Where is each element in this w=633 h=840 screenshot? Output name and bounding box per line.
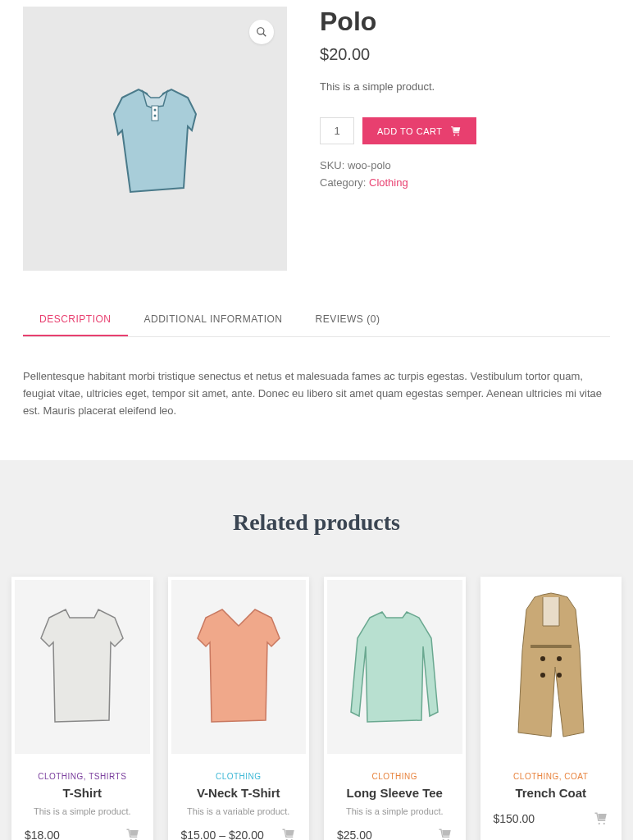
svg-rect-0 bbox=[152, 106, 158, 121]
related-product-price: $15.00 – $20.00 bbox=[181, 829, 264, 840]
related-product-card[interactable]: CLOTHING, COAT Trench Coat $150.00 bbox=[480, 577, 622, 840]
add-to-cart-icon[interactable] bbox=[438, 828, 453, 840]
svg-point-16 bbox=[557, 673, 562, 678]
svg-point-2 bbox=[154, 115, 157, 117]
product-image[interactable] bbox=[23, 7, 287, 271]
zoom-icon[interactable] bbox=[249, 20, 274, 44]
related-product-name: Trench Coat bbox=[490, 786, 613, 800]
related-product-card[interactable]: CLOTHING Long Sleeve Tee This is a simpl… bbox=[324, 577, 466, 840]
related-product-desc: This is a simple product. bbox=[334, 806, 456, 816]
related-product-name: V-Neck T-Shirt bbox=[178, 786, 300, 800]
sku-meta: SKU: woo-polo bbox=[320, 159, 610, 171]
add-to-cart-button[interactable]: ADD TO CART bbox=[362, 117, 476, 144]
svg-point-3 bbox=[257, 28, 264, 34]
related-products-grid: CLOTHING, TSHIRTS T-Shirt This is a simp… bbox=[8, 577, 625, 840]
product-short-description: This is a simple product. bbox=[320, 80, 610, 93]
related-category: CLOTHING bbox=[178, 772, 300, 781]
tab-description[interactable]: DESCRIPTION bbox=[23, 304, 128, 336]
related-product-card[interactable]: CLOTHING, TSHIRTS T-Shirt This is a simp… bbox=[11, 577, 153, 840]
add-to-cart-icon[interactable] bbox=[281, 828, 296, 840]
category-link[interactable]: Clothing bbox=[369, 176, 408, 189]
svg-point-17 bbox=[599, 823, 600, 824]
svg-point-13 bbox=[540, 656, 545, 661]
svg-point-5 bbox=[454, 134, 456, 135]
related-product-name: T-Shirt bbox=[21, 786, 143, 800]
related-product-desc: This is a simple product. bbox=[21, 806, 143, 816]
add-to-cart-icon[interactable] bbox=[594, 811, 608, 826]
related-product-image bbox=[480, 577, 622, 757]
related-category: CLOTHING bbox=[334, 772, 456, 781]
svg-point-6 bbox=[458, 134, 460, 135]
related-product-image bbox=[168, 577, 310, 757]
related-product-price: $150.00 bbox=[494, 812, 535, 825]
related-product-card[interactable]: CLOTHING V-Neck T-Shirt This is a variab… bbox=[168, 577, 310, 840]
related-product-price: $18.00 bbox=[25, 829, 60, 840]
quantity-input[interactable] bbox=[320, 117, 354, 144]
related-product-price: $25.00 bbox=[337, 829, 372, 840]
svg-line-4 bbox=[263, 34, 266, 37]
svg-point-1 bbox=[154, 109, 157, 112]
related-product-image bbox=[324, 577, 466, 757]
related-category: CLOTHING, COAT bbox=[490, 772, 613, 781]
related-product-desc: This is a variable product. bbox=[178, 806, 300, 816]
tab-reviews[interactable]: REVIEWS (0) bbox=[299, 304, 397, 336]
related-product-image bbox=[11, 577, 153, 757]
polo-illustration bbox=[73, 57, 237, 221]
description-content: Pellentesque habitant morbi tristique se… bbox=[0, 337, 633, 460]
svg-point-14 bbox=[557, 656, 562, 661]
tab-additional-information[interactable]: ADDITIONAL INFORMATION bbox=[128, 304, 299, 336]
category-meta: Category: Clothing bbox=[320, 176, 610, 189]
product-tabs: DESCRIPTION ADDITIONAL INFORMATION REVIE… bbox=[23, 304, 610, 337]
related-products-heading: Related products bbox=[8, 509, 625, 536]
product-title: Polo bbox=[320, 7, 610, 37]
cart-icon bbox=[450, 126, 462, 137]
related-product-name: Long Sleeve Tee bbox=[334, 786, 456, 800]
related-category: CLOTHING, TSHIRTS bbox=[21, 772, 143, 781]
svg-point-15 bbox=[540, 673, 545, 678]
add-to-cart-icon[interactable] bbox=[125, 828, 140, 840]
product-price: $20.00 bbox=[320, 45, 610, 64]
svg-point-18 bbox=[603, 823, 605, 824]
